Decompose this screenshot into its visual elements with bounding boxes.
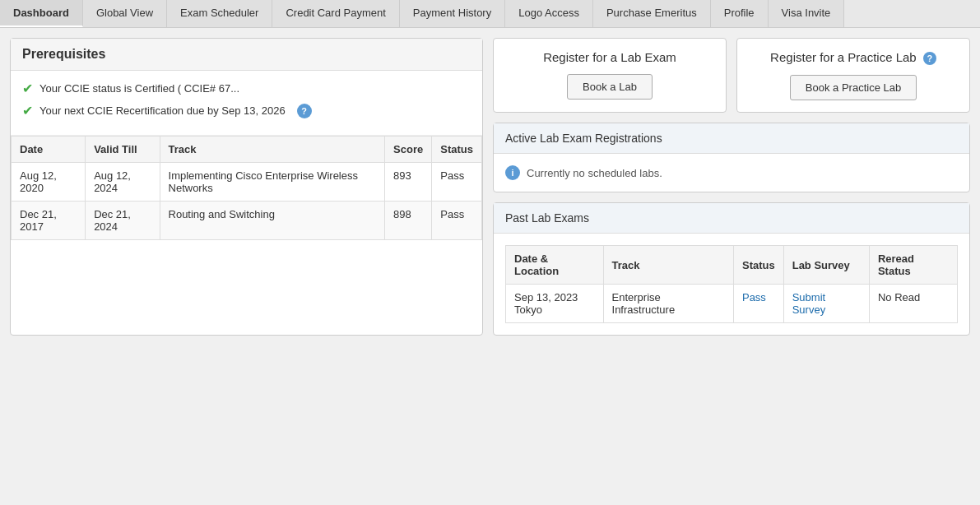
tab-bar: Dashboard Global View Exam Scheduler Cre… bbox=[0, 0, 980, 28]
tab-exam-scheduler[interactable]: Exam Scheduler bbox=[167, 0, 272, 27]
right-panel: Register for a Lab Exam Book a Lab Regis… bbox=[493, 38, 970, 336]
row2-status: Pass bbox=[432, 202, 482, 240]
past-row1-track: Enterprise Infrastructure bbox=[603, 285, 733, 323]
past-row1-survey-link[interactable]: Submit Survey bbox=[792, 291, 825, 316]
book-a-practice-lab-button[interactable]: Book a Practice Lab bbox=[790, 75, 917, 100]
prerequisites-title: Prerequisites bbox=[11, 39, 482, 71]
register-lab-exam-title: Register for a Lab Exam bbox=[543, 50, 676, 64]
tab-purchase-emeritus[interactable]: Purchase Emeritus bbox=[593, 0, 711, 27]
row1-score: 893 bbox=[385, 163, 432, 202]
past-col-status: Status bbox=[733, 246, 783, 285]
table-row: Aug 12, 2020 Aug 12, 2024 Implementing C… bbox=[12, 163, 482, 202]
tab-global-view[interactable]: Global View bbox=[83, 0, 167, 27]
main-content: Prerequisites ✔ Your CCIE status is Cert… bbox=[0, 28, 980, 345]
col-date: Date bbox=[12, 137, 86, 163]
past-col-date-location: Date & Location bbox=[506, 246, 604, 285]
check-icon-1: ✔ bbox=[22, 81, 33, 96]
row2-track: Routing and Switching bbox=[160, 202, 385, 240]
active-registrations-box: Active Lab Exam Registrations i Currentl… bbox=[493, 123, 970, 192]
row2-score: 898 bbox=[385, 202, 432, 240]
register-lab-exam-box: Register for a Lab Exam Book a Lab bbox=[493, 38, 727, 113]
check-icon-2: ✔ bbox=[22, 103, 33, 118]
past-lab-exams-body: Date & Location Track Status Lab Survey … bbox=[494, 234, 969, 335]
col-score: Score bbox=[385, 137, 432, 163]
register-row: Register for a Lab Exam Book a Lab Regis… bbox=[493, 38, 970, 113]
tab-payment-history[interactable]: Payment History bbox=[400, 0, 505, 27]
row1-status: Pass bbox=[432, 163, 482, 202]
tab-credit-card-payment[interactable]: Credit Card Payment bbox=[272, 0, 399, 27]
past-row1-reread-status: No Read bbox=[869, 285, 957, 323]
past-row1-lab-survey: Submit Survey bbox=[783, 285, 869, 323]
info-icon-recert[interactable]: ? bbox=[297, 104, 312, 118]
past-row1-status-link[interactable]: Pass bbox=[742, 291, 766, 303]
row1-track: Implementing Cisco Enterprise Wireless N… bbox=[160, 163, 385, 202]
no-labs-text: Currently no scheduled labs. bbox=[527, 167, 662, 179]
tab-visa-invite[interactable]: Visa Invite bbox=[769, 0, 845, 27]
col-track: Track bbox=[160, 137, 385, 163]
row1-valid-till: Aug 12, 2024 bbox=[86, 163, 160, 202]
prereq-item-2: ✔ Your next CCIE Recertification due by … bbox=[22, 103, 471, 118]
no-labs-message: i Currently no scheduled labs. bbox=[505, 165, 958, 180]
left-panel: Prerequisites ✔ Your CCIE status is Cert… bbox=[10, 38, 483, 336]
past-table: Date & Location Track Status Lab Survey … bbox=[505, 245, 958, 323]
past-col-track: Track bbox=[603, 246, 733, 285]
row1-date: Aug 12, 2020 bbox=[12, 163, 86, 202]
prereq-text-1: Your CCIE status is Certified ( CCIE# 67… bbox=[39, 82, 239, 95]
past-col-lab-survey: Lab Survey bbox=[783, 246, 869, 285]
col-status: Status bbox=[432, 137, 482, 163]
past-row1-status: Pass bbox=[733, 285, 783, 323]
question-icon-practice[interactable]: ? bbox=[923, 52, 936, 65]
active-registrations-body: i Currently no scheduled labs. bbox=[494, 154, 969, 192]
book-a-lab-button[interactable]: Book a Lab bbox=[567, 74, 653, 100]
prereq-text-2: Your next CCIE Recertification due by Se… bbox=[39, 104, 286, 117]
tab-profile[interactable]: Profile bbox=[711, 0, 769, 27]
tab-logo-access[interactable]: Logo Access bbox=[505, 0, 593, 27]
past-row1-date-location: Sep 13, 2023Tokyo bbox=[506, 285, 604, 323]
register-practice-lab-box: Register for a Practice Lab ? Book a Pra… bbox=[736, 38, 970, 113]
cert-table: Date Valid Till Track Score Status Aug 1… bbox=[11, 136, 482, 240]
past-col-reread-status: Reread Status bbox=[869, 246, 957, 285]
register-practice-lab-title: Register for a Practice Lab ? bbox=[770, 50, 936, 65]
row2-date: Dec 21, 2017 bbox=[12, 202, 86, 240]
prereq-item-1: ✔ Your CCIE status is Certified ( CCIE# … bbox=[22, 81, 471, 96]
active-registrations-header: Active Lab Exam Registrations bbox=[494, 123, 969, 154]
past-lab-exams-box: Past Lab Exams Date & Location Track Sta… bbox=[493, 202, 970, 336]
col-valid-till: Valid Till bbox=[86, 137, 160, 163]
prereq-items: ✔ Your CCIE status is Certified ( CCIE# … bbox=[11, 71, 482, 136]
table-row: Dec 21, 2017 Dec 21, 2024 Routing and Sw… bbox=[12, 202, 482, 240]
past-lab-exams-header: Past Lab Exams bbox=[494, 203, 969, 234]
row2-valid-till: Dec 21, 2024 bbox=[86, 202, 160, 240]
tab-dashboard[interactable]: Dashboard bbox=[0, 0, 83, 27]
info-circle-icon: i bbox=[505, 165, 520, 180]
table-row: Sep 13, 2023Tokyo Enterprise Infrastruct… bbox=[506, 285, 958, 323]
